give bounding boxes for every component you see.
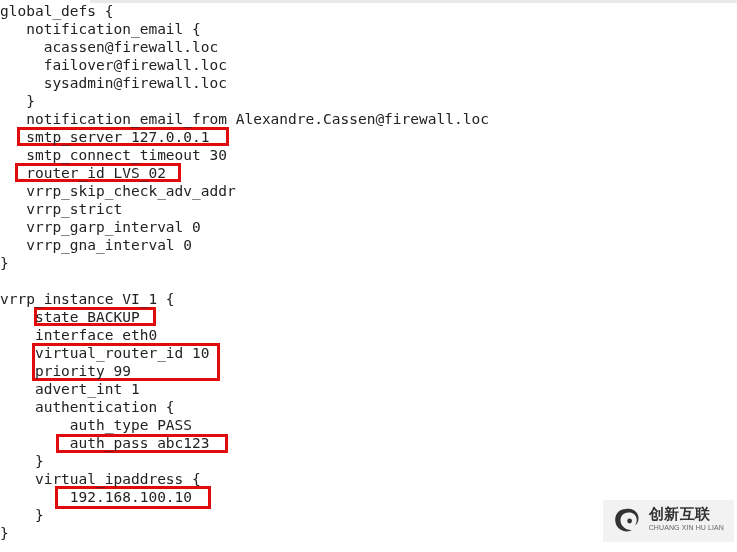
code-line: priority 99: [0, 362, 737, 380]
code-line: authentication {: [0, 398, 737, 416]
svg-point-0: [627, 519, 632, 524]
code-line: interface eth0: [0, 326, 737, 344]
watermark-text: 创新互联 CHUANG XIN HU LIAN: [649, 507, 724, 535]
code-line: [0, 272, 737, 290]
code-line: vrrp_strict: [0, 200, 737, 218]
code-line: smtp_connect_timeout 30: [0, 146, 737, 164]
watermark-en: CHUANG XIN HU LIAN: [649, 521, 724, 535]
code-line: auth_pass abc123: [0, 434, 737, 452]
code-line: virtual_ipaddress {: [0, 470, 737, 488]
code-line: }: [0, 254, 737, 272]
code-line: router_id LVS_02: [0, 164, 737, 182]
config-file-text: global_defs { notification_email { acass…: [0, 0, 737, 542]
code-line: smtp_server 127.0.0.1: [0, 128, 737, 146]
code-line: vrrp_gna_interval 0: [0, 236, 737, 254]
code-line: vrrp_skip_check_adv_addr: [0, 182, 737, 200]
watermark: 创新互联 CHUANG XIN HU LIAN: [603, 500, 734, 542]
code-line: vrrp_garp_interval 0: [0, 218, 737, 236]
code-line: }: [0, 92, 737, 110]
swirl-icon: [611, 506, 641, 536]
code-line: failover@firewall.loc: [0, 56, 737, 74]
watermark-cn: 创新互联: [649, 507, 724, 521]
code-line: notification_email {: [0, 20, 737, 38]
code-line: global_defs {: [0, 2, 737, 20]
code-line: }: [0, 452, 737, 470]
code-line: advert_int 1: [0, 380, 737, 398]
code-line: notification_email_from Alexandre.Cassen…: [0, 110, 737, 128]
code-line: virtual_router_id 10: [0, 344, 737, 362]
code-line: state BACKUP: [0, 308, 737, 326]
code-line: acassen@firewall.loc: [0, 38, 737, 56]
code-line: sysadmin@firewall.loc: [0, 74, 737, 92]
watermark-logo-icon: [611, 506, 641, 536]
code-line: auth_type PASS: [0, 416, 737, 434]
code-line: vrrp_instance VI_1 {: [0, 290, 737, 308]
